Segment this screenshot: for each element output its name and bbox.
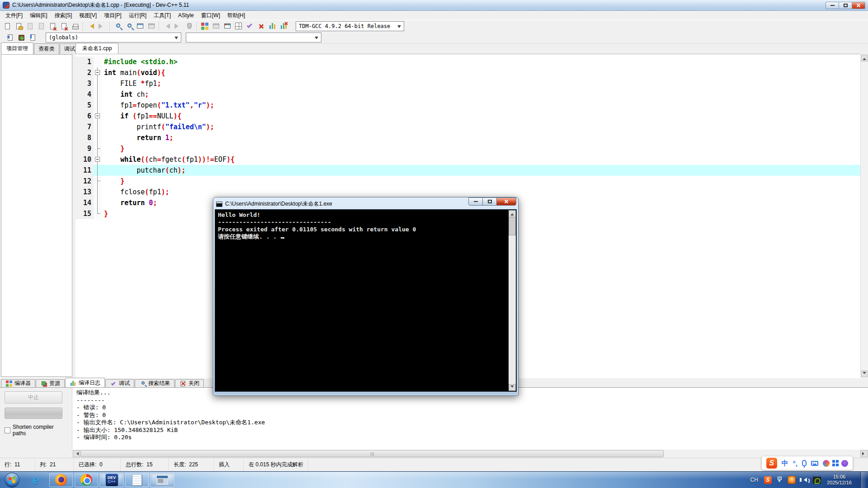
menu-item-4[interactable]: 项目[P]: [100, 11, 125, 20]
skin-icon[interactable]: [823, 460, 830, 467]
save-button[interactable]: [24, 21, 36, 31]
report-tab-0[interactable]: 编译器: [1, 379, 35, 387]
maximize-button[interactable]: [839, 2, 852, 9]
close-all-button[interactable]: [58, 21, 70, 31]
code-line-1[interactable]: 1#include <stdio.h>: [75, 56, 860, 67]
save-all-button[interactable]: [36, 21, 47, 31]
nvidia-tray-icon[interactable]: [813, 477, 821, 483]
jump-back-button[interactable]: [5, 33, 16, 43]
print-button[interactable]: [70, 21, 81, 31]
log-horizontal-scrollbar[interactable]: [72, 450, 868, 458]
shorten-paths-checkbox[interactable]: [5, 427, 10, 433]
code-line-4[interactable]: 4 int ch;: [75, 89, 860, 100]
tray-app-icon[interactable]: [788, 476, 796, 484]
code-line-6[interactable]: 6 if (fp1==NULL){: [75, 111, 860, 122]
scroll-right-button[interactable]: [860, 450, 868, 457]
console-title-bar[interactable]: C:\Users\Administrator\Desktop\未命名1.exe: [215, 199, 517, 209]
left-tab-1[interactable]: 查看类: [34, 43, 59, 54]
show-hidden-icons[interactable]: [778, 477, 782, 483]
fold-marker[interactable]: [94, 67, 102, 78]
taskbar-notepad[interactable]: [125, 473, 149, 487]
goto-line-button[interactable]: [146, 21, 157, 31]
globals-select[interactable]: (globals): [46, 33, 181, 42]
back-button[interactable]: [161, 21, 172, 31]
taskbar-chrome[interactable]: [75, 473, 98, 487]
scrollbar-thumb[interactable]: [509, 217, 516, 235]
abort-button[interactable]: 中止: [5, 391, 62, 404]
menu-item-9[interactable]: 帮助[H]: [224, 11, 249, 20]
menu-item-8[interactable]: 窗口[W]: [198, 11, 224, 20]
code-line-5[interactable]: 5 fp1=fopen("1.txt","r");: [75, 100, 860, 111]
menu-item-3[interactable]: 视图[V]: [75, 11, 100, 20]
taskbar-ie[interactable]: e: [24, 473, 47, 487]
left-tab-0[interactable]: 项目管理: [1, 42, 33, 54]
delete-profiling-button[interactable]: [278, 21, 289, 31]
menu-item-2[interactable]: 搜索[S]: [51, 11, 76, 20]
settings-gear-icon[interactable]: [841, 460, 848, 467]
redo-button[interactable]: [96, 21, 108, 31]
console-minimize-button[interactable]: [468, 197, 483, 206]
chinese-mode-toggle[interactable]: 中: [782, 459, 788, 468]
close-button[interactable]: [852, 2, 865, 9]
menu-item-1[interactable]: 编辑[E]: [26, 11, 51, 20]
punctuation-toggle[interactable]: °,: [793, 460, 797, 467]
fold-marker[interactable]: [94, 154, 102, 165]
scroll-down-button[interactable]: [861, 371, 868, 377]
close-file-button[interactable]: [47, 21, 58, 31]
code-line-10[interactable]: 10 while((ch=fgetc(fp1))!=EOF){: [75, 154, 860, 165]
console-output[interactable]: Hello World!----------------------------…: [216, 210, 509, 391]
report-tab-3[interactable]: 调试: [105, 379, 134, 387]
members-select[interactable]: [186, 33, 321, 42]
add-watch-button[interactable]: [16, 33, 27, 43]
undo-button[interactable]: [85, 21, 96, 31]
taskbar-clock[interactable]: 15:06 2025/12/16: [827, 474, 852, 486]
scroll-down-button[interactable]: [509, 384, 516, 391]
toolbox-grid-icon[interactable]: [832, 460, 835, 463]
show-desktop-button[interactable]: [860, 472, 866, 488]
code-line-11[interactable]: 11 putchar(ch);: [75, 165, 860, 176]
toggle-bookmark-button[interactable]: [27, 33, 38, 43]
volume-icon[interactable]: [802, 478, 807, 482]
taskbar-firefox[interactable]: [49, 473, 73, 487]
taskbar-console-window[interactable]: [151, 473, 174, 487]
compile-button[interactable]: [199, 21, 210, 31]
editor-vertical-scrollbar[interactable]: [860, 54, 868, 378]
microphone-icon[interactable]: [802, 460, 807, 466]
replace-button[interactable]: [134, 21, 146, 31]
console-scrollbar[interactable]: [509, 210, 516, 391]
rebuild-all-button[interactable]: [233, 21, 244, 31]
report-tab-5[interactable]: 关闭: [175, 379, 204, 387]
console-close-button[interactable]: [496, 197, 516, 206]
code-line-12[interactable]: 12 }: [75, 176, 860, 187]
code-line-8[interactable]: 8 return 1;: [75, 132, 860, 143]
find-in-files-button[interactable]: [123, 21, 134, 31]
scroll-up-button[interactable]: [509, 210, 516, 217]
code-line-13[interactable]: 13 fclose(fp1);: [75, 187, 860, 197]
abort-compile-button[interactable]: [184, 21, 195, 31]
profile-button[interactable]: [267, 21, 278, 31]
sogou-logo[interactable]: S: [766, 458, 777, 469]
taskbar-devcpp[interactable]: DEVC++: [100, 473, 123, 487]
report-tab-4[interactable]: 搜索结果: [135, 379, 175, 387]
console-maximize-button[interactable]: [482, 197, 497, 206]
language-indicator[interactable]: CH: [750, 477, 758, 483]
syntax-check-button[interactable]: [244, 21, 255, 31]
find-button[interactable]: [112, 21, 123, 31]
project-manager-panel[interactable]: [1, 54, 72, 377]
scroll-up-button[interactable]: [861, 55, 868, 61]
clean-button[interactable]: [255, 21, 267, 31]
new-file-button[interactable]: [2, 21, 13, 31]
report-tab-1[interactable]: 资源: [36, 379, 65, 387]
sogou-tray-icon[interactable]: S: [764, 476, 772, 484]
code-line-7[interactable]: 7 printf("failed\n");: [75, 122, 860, 132]
fold-marker[interactable]: [94, 111, 102, 122]
scrollbar-thumb[interactable]: [80, 450, 664, 457]
minimize-button[interactable]: [826, 2, 839, 9]
compile-run-button[interactable]: [222, 21, 233, 31]
menu-item-6[interactable]: 工具[T]: [150, 11, 175, 20]
compiler-profile-select[interactable]: TDM-GCC 4.9.2 64-bit Release: [296, 21, 404, 31]
scroll-left-button[interactable]: [73, 450, 80, 457]
code-line-3[interactable]: 3 FILE *fp1;: [75, 78, 860, 89]
run-button[interactable]: [210, 21, 222, 31]
code-line-9[interactable]: 9 }: [75, 143, 860, 154]
